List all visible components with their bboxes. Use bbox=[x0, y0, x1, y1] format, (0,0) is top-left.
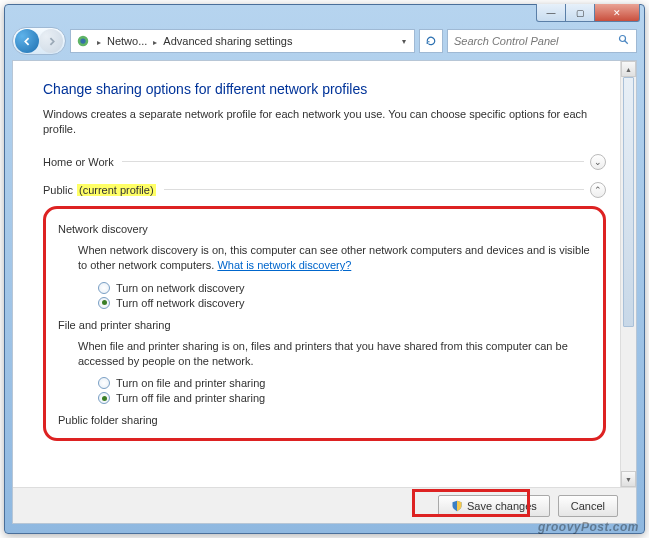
section-public-label: Public bbox=[43, 184, 73, 196]
public-folder-sharing-heading: Public folder sharing bbox=[58, 414, 591, 426]
arrow-left-icon bbox=[22, 36, 33, 47]
refresh-icon bbox=[425, 35, 437, 47]
section-home-or-work[interactable]: Home or Work ⌄ bbox=[43, 154, 606, 170]
page-title: Change sharing options for different net… bbox=[43, 81, 606, 97]
search-input[interactable]: Search Control Panel bbox=[447, 29, 637, 53]
network-icon bbox=[75, 33, 91, 49]
radio-fps-off[interactable]: Turn off file and printer sharing bbox=[98, 392, 591, 404]
breadcrumb-network[interactable]: Netwo... bbox=[107, 35, 147, 47]
address-dropdown-icon[interactable]: ▾ bbox=[398, 37, 410, 46]
divider bbox=[164, 189, 584, 190]
content-inner: Change sharing options for different net… bbox=[13, 61, 636, 483]
current-profile-badge: (current profile) bbox=[77, 184, 156, 196]
file-printer-sharing-desc: When file and printer sharing is on, fil… bbox=[78, 339, 591, 370]
search-placeholder: Search Control Panel bbox=[454, 35, 559, 47]
back-button[interactable] bbox=[15, 29, 39, 53]
save-changes-label: Save changes bbox=[467, 500, 537, 512]
search-icon bbox=[618, 34, 630, 48]
maximize-button[interactable]: ▢ bbox=[565, 4, 595, 22]
what-is-network-discovery-link[interactable]: What is network discovery? bbox=[217, 259, 351, 271]
breadcrumb-sep-icon bbox=[95, 35, 103, 47]
save-changes-button[interactable]: Save changes bbox=[438, 495, 550, 517]
radio-icon bbox=[98, 377, 110, 389]
nav-buttons bbox=[12, 27, 66, 55]
shield-icon bbox=[451, 500, 463, 512]
svg-point-2 bbox=[620, 36, 626, 42]
footer-bar: Save changes Cancel bbox=[13, 487, 636, 523]
scroll-up-button[interactable]: ▲ bbox=[621, 61, 636, 77]
cancel-label: Cancel bbox=[571, 500, 605, 512]
forward-button[interactable] bbox=[39, 29, 63, 53]
radio-icon bbox=[98, 282, 110, 294]
divider bbox=[122, 161, 584, 162]
chevron-up-icon[interactable]: ⌃ bbox=[590, 182, 606, 198]
radio-fps-on[interactable]: Turn on file and printer sharing bbox=[98, 377, 591, 389]
network-discovery-heading: Network discovery bbox=[58, 223, 591, 235]
radio-nd-on-label: Turn on network discovery bbox=[116, 282, 245, 294]
breadcrumb-sep-icon bbox=[151, 35, 159, 47]
radio-nd-off[interactable]: Turn off network discovery bbox=[98, 297, 591, 309]
minimize-button[interactable]: — bbox=[536, 4, 566, 22]
file-printer-sharing-heading: File and printer sharing bbox=[58, 319, 591, 331]
file-printer-sharing-options: Turn on file and printer sharing Turn of… bbox=[98, 377, 591, 404]
radio-fps-on-label: Turn on file and printer sharing bbox=[116, 377, 265, 389]
page-subtext: Windows creates a separate network profi… bbox=[43, 107, 606, 138]
svg-point-1 bbox=[80, 38, 85, 43]
radio-nd-off-label: Turn off network discovery bbox=[116, 297, 244, 309]
network-discovery-desc: When network discovery is on, this compu… bbox=[78, 243, 591, 274]
section-public[interactable]: Public (current profile) ⌃ bbox=[43, 182, 606, 198]
watermark: groovyPost.com bbox=[538, 520, 639, 534]
scroll-down-button[interactable]: ▼ bbox=[621, 471, 636, 487]
refresh-button[interactable] bbox=[419, 29, 443, 53]
network-discovery-options: Turn on network discovery Turn off netwo… bbox=[98, 282, 591, 309]
breadcrumb-advanced-sharing[interactable]: Advanced sharing settings bbox=[163, 35, 292, 47]
window-frame: — ▢ ✕ Netwo... Advanced sharing settings… bbox=[4, 4, 645, 534]
svg-line-3 bbox=[625, 41, 628, 44]
arrow-right-icon bbox=[46, 36, 57, 47]
radio-icon bbox=[98, 297, 110, 309]
section-home-or-work-label: Home or Work bbox=[43, 156, 114, 168]
navigation-bar: Netwo... Advanced sharing settings ▾ Sea… bbox=[12, 26, 637, 56]
content-pane: Change sharing options for different net… bbox=[12, 60, 637, 524]
radio-nd-on[interactable]: Turn on network discovery bbox=[98, 282, 591, 294]
radio-fps-off-label: Turn off file and printer sharing bbox=[116, 392, 265, 404]
chevron-down-icon[interactable]: ⌄ bbox=[590, 154, 606, 170]
radio-icon bbox=[98, 392, 110, 404]
titlebar-controls: — ▢ ✕ bbox=[537, 4, 640, 22]
cancel-button[interactable]: Cancel bbox=[558, 495, 618, 517]
scrollbar[interactable]: ▲ ▼ bbox=[620, 61, 636, 487]
highlighted-settings-region: Network discovery When network discovery… bbox=[43, 206, 606, 442]
scroll-thumb[interactable] bbox=[623, 77, 634, 327]
address-bar[interactable]: Netwo... Advanced sharing settings ▾ bbox=[70, 29, 415, 53]
close-button[interactable]: ✕ bbox=[594, 4, 640, 22]
